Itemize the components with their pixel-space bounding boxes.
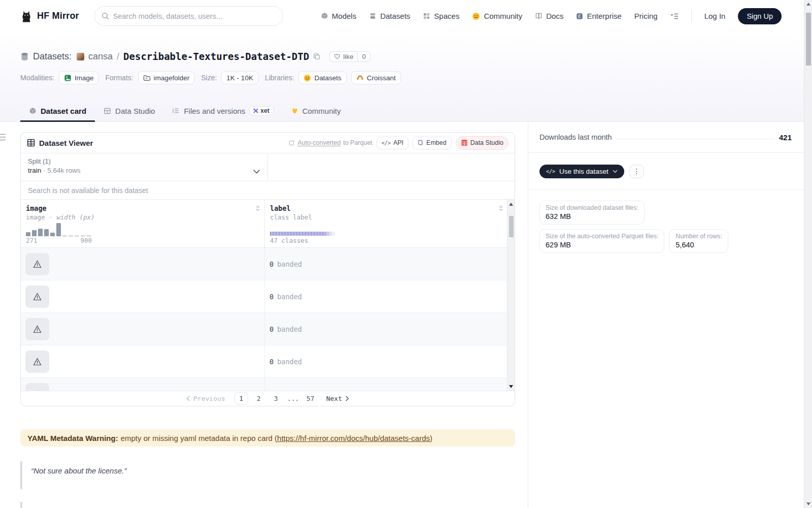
chevron-down-icon bbox=[613, 170, 618, 173]
quote-text: “Not sure about the license.” bbox=[31, 466, 126, 475]
nav-item-spaces[interactable]: Spaces bbox=[423, 12, 459, 20]
breadcrumb-section: Datasets: bbox=[33, 51, 72, 62]
page-button-57[interactable]: 57 bbox=[302, 395, 319, 402]
database-icon bbox=[20, 52, 29, 61]
size-pill[interactable]: 1K - 10K bbox=[221, 71, 258, 84]
stat-number-of-rows: Number of rows: 5,640 bbox=[669, 229, 728, 253]
sort-icon[interactable] bbox=[498, 205, 504, 212]
login-button[interactable]: Log In bbox=[704, 12, 726, 20]
scroll-up-arrow-icon[interactable] bbox=[806, 3, 810, 6]
image-width-histogram[interactable] bbox=[26, 223, 259, 236]
dotted-leader bbox=[617, 139, 774, 139]
like-button[interactable]: like bbox=[329, 51, 357, 62]
search-input[interactable] bbox=[113, 12, 276, 20]
previous-label: Previous bbox=[193, 395, 225, 402]
library-pill-datasets[interactable]: Datasets bbox=[298, 71, 346, 84]
warning-text: empty or missing yaml metadata in repo c… bbox=[121, 434, 277, 442]
next-page-button[interactable]: Next bbox=[326, 395, 349, 402]
previous-page-button[interactable]: Previous bbox=[186, 395, 225, 402]
brand[interactable]: HF Mirror bbox=[20, 9, 79, 23]
scrollbar-thumb[interactable] bbox=[509, 216, 514, 237]
stat-value: 632 MB bbox=[546, 212, 638, 220]
downloads-label: Downloads last month bbox=[539, 133, 612, 141]
stat-label: Size of the auto-converted Parquet files… bbox=[546, 233, 658, 240]
data-studio-label: Data Studio bbox=[470, 139, 503, 146]
page-button-1[interactable]: 1 bbox=[234, 392, 248, 405]
table-row: 0banded bbox=[21, 313, 515, 345]
toc-toggle-icon[interactable] bbox=[0, 133, 7, 141]
search-box[interactable] bbox=[94, 6, 283, 26]
copy-icon[interactable] bbox=[313, 53, 320, 60]
image-placeholder bbox=[25, 285, 49, 308]
nav-item-datasets[interactable]: Datasets bbox=[369, 12, 410, 20]
owner-avatar[interactable] bbox=[77, 53, 84, 60]
table-scrollbar[interactable] bbox=[507, 200, 515, 391]
chevron-right-icon bbox=[345, 396, 349, 401]
login-label: Log In bbox=[704, 12, 726, 20]
stat-label: Size of downloaded dataset files: bbox=[546, 204, 638, 211]
nav-item-models[interactable]: Models bbox=[321, 12, 356, 20]
tab-bar: Dataset card Data Studio Files and versi… bbox=[20, 106, 350, 122]
split-row-count: 5.64k rows bbox=[47, 167, 80, 174]
tab-files-and-versions[interactable]: Files and versions xet bbox=[163, 106, 282, 122]
like-count[interactable]: 0 bbox=[357, 51, 370, 62]
library-label: Datasets bbox=[314, 74, 341, 82]
signup-button[interactable]: Sign Up bbox=[738, 8, 782, 24]
page-button-3[interactable]: 3 bbox=[267, 395, 285, 402]
tab-label: Dataset card bbox=[41, 107, 86, 115]
scrollbar-thumb[interactable] bbox=[806, 13, 811, 66]
modality-pill-image[interactable]: Image bbox=[59, 71, 99, 84]
xet-x-icon bbox=[253, 108, 258, 113]
owner-link[interactable]: cansa bbox=[88, 51, 113, 62]
page-scrollbar[interactable] bbox=[804, 0, 812, 508]
use-dataset-label: Use this dataset bbox=[559, 168, 608, 175]
table-icon bbox=[104, 107, 111, 115]
scroll-down-arrow-icon[interactable] bbox=[806, 502, 810, 505]
embed-button[interactable]: Embed bbox=[413, 137, 452, 149]
nav-item-docs[interactable]: Docs bbox=[535, 12, 563, 20]
xet-badge[interactable]: xet bbox=[249, 106, 273, 115]
nav-item-pricing[interactable]: Pricing bbox=[634, 12, 658, 20]
nav-item-enterprise[interactable]: Enterprise bbox=[576, 12, 621, 20]
scroll-up-arrow-icon[interactable] bbox=[509, 203, 513, 206]
label-distribution-bar[interactable] bbox=[270, 232, 502, 236]
search-icon bbox=[101, 12, 109, 20]
size-value: 1K - 10K bbox=[226, 74, 253, 82]
dataset-viewer-title: Dataset Viewer bbox=[27, 139, 93, 147]
search-unavailable-note: Search is not available for this dataset bbox=[21, 181, 515, 199]
more-menu-icon[interactable] bbox=[670, 13, 679, 20]
code-icon: </> bbox=[382, 140, 391, 146]
yaml-metadata-warning: YAML Metadata Warning: empty or missing … bbox=[20, 429, 515, 447]
library-pill-croissant[interactable]: Croissant bbox=[351, 71, 401, 84]
use-this-dataset-button[interactable]: </> Use this dataset bbox=[539, 165, 624, 178]
split-selector[interactable]: Split (1) train · 5.64k rows bbox=[21, 153, 268, 181]
modalities-label: Modalities: bbox=[20, 74, 54, 82]
warning-link[interactable]: https://hf-mirror.com/docs/hub/datasets-… bbox=[277, 434, 430, 442]
nav-item-label: Datasets bbox=[380, 12, 410, 20]
dataset-header: Datasets: cansa / Describable-Textures-D… bbox=[0, 32, 804, 122]
xet-label: xet bbox=[260, 107, 269, 114]
tab-dataset-card[interactable]: Dataset card bbox=[20, 107, 95, 122]
stat-downloaded-size: Size of downloaded dataset files: 632 MB bbox=[539, 201, 645, 225]
nav-item-community[interactable]: Community bbox=[472, 12, 522, 20]
tab-community[interactable]: Community bbox=[282, 107, 350, 122]
format-pill-imagefolder[interactable]: imagefolder bbox=[138, 71, 195, 84]
table-row: 0banded bbox=[21, 248, 515, 280]
sort-icon[interactable] bbox=[255, 205, 261, 212]
next-label: Next bbox=[326, 395, 342, 402]
like-label: like bbox=[343, 53, 353, 60]
tab-label: Files and versions bbox=[184, 107, 245, 115]
auto-converted-link[interactable]: Auto-converted bbox=[297, 139, 341, 146]
stat-value: 629 MB bbox=[546, 241, 658, 249]
more-options-button[interactable]: ⋮ bbox=[629, 165, 644, 178]
tab-data-studio[interactable]: Data Studio bbox=[95, 107, 163, 122]
api-button[interactable]: </> API bbox=[377, 137, 409, 149]
column-header-image: image image · width (px) 271 900 bbox=[21, 200, 265, 247]
scroll-down-arrow-icon[interactable] bbox=[509, 385, 513, 388]
navbar: HF Mirror Models Datasets Spaces Communi… bbox=[0, 0, 804, 32]
table-icon-red bbox=[461, 139, 468, 146]
croissant-icon bbox=[356, 74, 364, 82]
data-studio-button[interactable]: Data Studio bbox=[456, 136, 509, 150]
page-button-2[interactable]: 2 bbox=[250, 395, 267, 402]
column-subtype: class label bbox=[270, 213, 502, 221]
